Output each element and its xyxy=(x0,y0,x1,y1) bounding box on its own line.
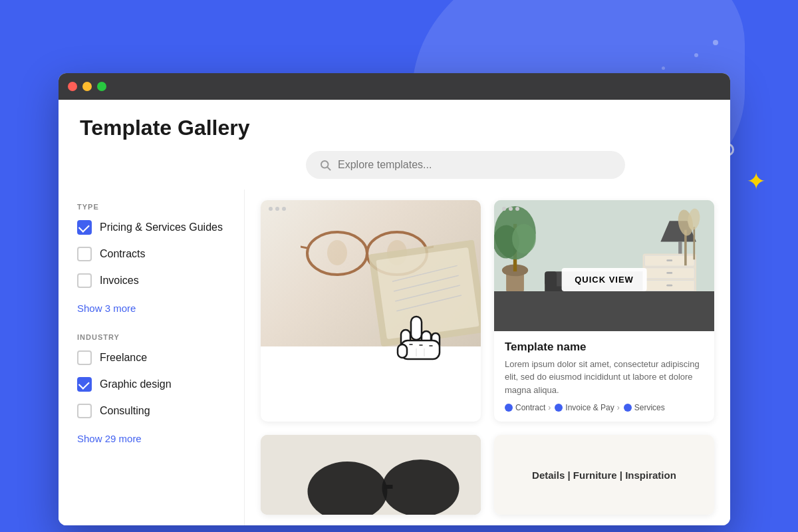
industry-show-more-link[interactable]: Show 29 more xyxy=(77,433,142,444)
svg-rect-44 xyxy=(385,485,393,489)
tag-label-services: Services xyxy=(634,403,665,412)
card-dot xyxy=(282,207,286,211)
card-dark-bar xyxy=(494,291,714,331)
filter-item-consulting[interactable]: Consulting xyxy=(77,404,225,418)
svg-point-22 xyxy=(512,224,536,254)
tag-icon-contract xyxy=(505,404,513,412)
card-desc-2: Lorem ipsum dolor sit amet, consectetur … xyxy=(505,358,704,397)
card-dot xyxy=(275,207,279,211)
card3-scene xyxy=(261,435,481,515)
main-layout: TYPE Pricing & Services Guides Contracts… xyxy=(59,190,730,525)
checkbox-freelance[interactable] xyxy=(77,350,92,365)
filter-label-consulting: Consulting xyxy=(100,405,150,417)
industry-filter-label: INDUSTRY xyxy=(77,333,225,341)
svg-rect-36 xyxy=(666,285,672,287)
tag-sep-1: › xyxy=(548,403,551,412)
traffic-light-fullscreen[interactable] xyxy=(97,82,106,91)
card-dot xyxy=(515,207,519,211)
card-info-1 xyxy=(261,346,481,365)
search-icon xyxy=(319,159,331,171)
bg-dot-3 xyxy=(662,66,665,70)
traffic-light-close[interactable] xyxy=(68,82,77,91)
browser-window: Template Gallery TYPE Pric xyxy=(59,73,730,525)
filter-label-graphic-design: Graphic design xyxy=(100,378,172,390)
notebook-image xyxy=(361,240,481,346)
card-image-3 xyxy=(261,435,481,515)
tag-sep-2: › xyxy=(617,403,620,412)
filter-item-pricing[interactable]: Pricing & Services Guides xyxy=(77,220,225,235)
svg-rect-39 xyxy=(693,227,695,259)
tag-invoice: Invoice & Pay › xyxy=(555,403,619,412)
svg-rect-35 xyxy=(666,272,672,274)
type-filter-section: TYPE Pricing & Services Guides Contracts… xyxy=(77,203,225,315)
card-image-2: QUICK VIEW xyxy=(494,200,714,331)
svg-line-5 xyxy=(301,245,307,248)
page-header: Template Gallery xyxy=(59,100,730,151)
checkbox-consulting[interactable] xyxy=(77,404,92,418)
search-bar xyxy=(306,151,625,179)
tag-label-invoice: Invoice & Pay xyxy=(565,403,614,412)
bg-dot-1 xyxy=(713,40,718,45)
card-dot xyxy=(502,207,506,211)
card-dot xyxy=(269,207,273,211)
browser-content: Template Gallery TYPE Pric xyxy=(59,100,730,525)
template-card-1[interactable] xyxy=(261,200,481,422)
template-card-4[interactable]: Details | Furniture | Inspiration xyxy=(494,435,714,515)
checkbox-pricing[interactable] xyxy=(77,220,92,235)
bg-dot-2 xyxy=(694,53,698,57)
filter-item-invoices[interactable]: Invoices xyxy=(77,273,225,288)
tag-services: Services xyxy=(624,403,665,412)
gallery-grid: QUICK VIEW Template name Lorem ipsum dol… xyxy=(245,190,730,525)
filter-label-contracts: Contracts xyxy=(100,248,145,260)
tag-label-contract: Contract xyxy=(515,403,545,412)
svg-rect-34 xyxy=(666,259,672,261)
card-dot xyxy=(509,207,513,211)
card-info-2: Template name Lorem ipsum dolor sit amet… xyxy=(494,331,714,422)
type-filter-label: TYPE xyxy=(77,203,225,211)
tag-icon-services xyxy=(624,404,632,412)
checkbox-graphic-design[interactable] xyxy=(77,377,92,392)
filter-item-freelance[interactable]: Freelance xyxy=(77,350,225,365)
browser-titlebar xyxy=(59,73,730,100)
filter-label-freelance: Freelance xyxy=(100,352,147,364)
gallery-area: QUICK VIEW Template name Lorem ipsum dol… xyxy=(245,190,730,525)
traffic-light-minimize[interactable] xyxy=(82,82,92,91)
tag-contract: Contract › xyxy=(505,403,551,412)
card-dots-1 xyxy=(269,207,286,211)
svg-point-43 xyxy=(382,460,460,515)
checkbox-invoices[interactable] xyxy=(77,273,92,288)
filter-item-contracts[interactable]: Contracts xyxy=(77,247,225,261)
card-dots-2 xyxy=(502,207,519,211)
page-title: Template Gallery xyxy=(80,116,709,140)
card-title-2: Template name xyxy=(505,340,704,354)
quick-view-button[interactable]: QUICK VIEW xyxy=(561,268,647,291)
card4-text: Details | Furniture | Inspiration xyxy=(519,456,690,494)
filter-item-graphic-design[interactable]: Graphic design xyxy=(77,377,225,392)
type-show-more-link[interactable]: Show 3 more xyxy=(77,303,136,314)
template-card-3[interactable] xyxy=(261,435,481,515)
card-tags-2: Contract › Invoice & Pay › xyxy=(505,403,704,412)
filter-label-invoices: Invoices xyxy=(100,275,139,287)
svg-line-1 xyxy=(327,167,330,170)
card-image-4: Details | Furniture | Inspiration xyxy=(494,435,714,515)
svg-rect-7 xyxy=(327,240,347,265)
sidebar: TYPE Pricing & Services Guides Contracts… xyxy=(59,190,245,525)
search-input[interactable] xyxy=(338,159,612,171)
checkbox-contracts[interactable] xyxy=(77,247,92,261)
search-container xyxy=(59,151,730,190)
card-image-1 xyxy=(261,200,481,346)
filter-label-pricing: Pricing & Services Guides xyxy=(100,221,223,233)
star-decoration: ✦ xyxy=(746,170,766,194)
tag-icon-invoice xyxy=(555,404,563,412)
template-card-2[interactable]: QUICK VIEW Template name Lorem ipsum dol… xyxy=(494,200,714,422)
industry-filter-section: INDUSTRY Freelance Graphic design Consul… xyxy=(77,333,225,445)
